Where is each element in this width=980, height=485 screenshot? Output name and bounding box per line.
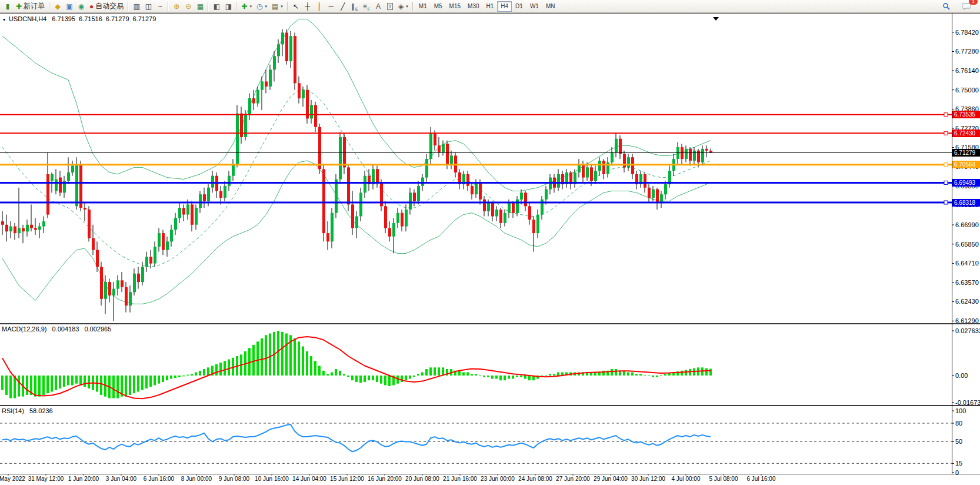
candle [59, 178, 62, 193]
chat-button[interactable]: 1 [958, 1, 975, 12]
macd-signal-value: 0.002965 [84, 325, 111, 333]
macd-histogram-bar [125, 376, 127, 397]
timeframe-d1-button[interactable]: D1 [512, 1, 526, 12]
crosshair-button[interactable]: ┼ [302, 1, 314, 12]
equidistant-channel-button[interactable]: ∥E [349, 1, 361, 12]
new-order-button[interactable]: ✚新订单 [14, 1, 47, 12]
macd-histogram-bar [5, 376, 8, 395]
indicators-button[interactable]: ✚▾ [239, 1, 254, 12]
candle [166, 241, 169, 250]
zoom-in-button[interactable]: ⊕ [171, 1, 182, 12]
line-handle[interactable] [944, 163, 948, 167]
line-handle[interactable] [944, 181, 948, 184]
macd-histogram-bar [100, 376, 102, 395]
chart-menu-button[interactable]: ▮ [2, 1, 14, 12]
macd-histogram-bar [504, 376, 506, 380]
templates-button[interactable]: ▤▾ [269, 1, 285, 12]
timeframe-mn-button[interactable]: MN [542, 1, 559, 12]
line-handle[interactable] [944, 201, 948, 204]
candle [96, 250, 99, 267]
macd-histogram-bar [195, 373, 197, 376]
bar-chart-button[interactable]: ▥ [131, 1, 142, 12]
macd-histogram-bar [18, 376, 20, 397]
candle [627, 157, 630, 167]
arrows-button[interactable]: ◈▾ [396, 1, 411, 12]
candle [545, 190, 548, 200]
timeframe-m1-button[interactable]: M1 [415, 1, 431, 12]
line-handle[interactable] [944, 131, 948, 135]
macd-histogram-bar [174, 376, 176, 378]
candle [182, 208, 185, 215]
timeframe-h1-button[interactable]: H1 [483, 1, 498, 12]
candle [417, 186, 420, 201]
text-label-button[interactable]: T [384, 1, 396, 12]
market-watch-button[interactable]: ◆ [52, 1, 64, 12]
horizontal-line-button[interactable]: ─ [325, 1, 337, 12]
zoom-out-button[interactable]: ⊖ [182, 1, 194, 12]
macd-histogram-bar [63, 376, 65, 387]
time-tick-label: 20 Jun 08:00 [405, 476, 439, 482]
candle [9, 227, 12, 232]
candle [236, 114, 239, 164]
macd-histogram-bar [425, 369, 428, 376]
candle [446, 144, 449, 164]
text-button[interactable]: A [372, 1, 384, 12]
macd-histogram-bar [322, 371, 325, 376]
tile-windows-icon: ▦ [197, 3, 204, 10]
arrange-charts-button[interactable]: ◧ [211, 1, 222, 12]
rsi-title: RSI(14) 58.0236 [2, 407, 56, 414]
macd-histogram-bar [545, 376, 547, 376]
search-button[interactable] [938, 1, 955, 12]
candle [154, 247, 156, 264]
candle [75, 164, 78, 207]
macd-histogram-bar [219, 363, 222, 376]
price-level-label: 6.72430 [952, 129, 980, 137]
candle [281, 32, 284, 44]
candle [322, 169, 325, 233]
data-window-icon: ▣ [66, 3, 72, 10]
candle [203, 194, 206, 201]
trend-line-button[interactable]: ╱ [337, 1, 349, 12]
arrange-charts-icon: ◧ [214, 3, 220, 10]
macd-histogram-bar [158, 376, 160, 384]
chart-title: ▾USDCNH,H4 6.713956.715166.712796.71279 [3, 15, 159, 22]
macd-histogram-bar [331, 373, 333, 376]
templates-icon: ▤ [272, 3, 278, 10]
candle [18, 228, 21, 234]
time-axis[interactable]: 30 May 202231 May 12:001 Jun 20:003 Jun … [0, 474, 776, 482]
vertical-line-button[interactable]: │ [314, 1, 325, 12]
tile-windows-button[interactable]: ▦ [194, 1, 206, 12]
data-window-button[interactable]: ▣ [64, 1, 75, 12]
auto-trading-button[interactable]: ●自动交易 [87, 1, 126, 12]
time-tick-label: 14 Jun 04:00 [292, 476, 326, 482]
price-level-label: 6.73535 [952, 111, 980, 118]
line-chart-button[interactable]: ~ [154, 1, 166, 12]
cursor-button[interactable]: ↖ [290, 1, 302, 12]
macd-histogram-bar [388, 376, 391, 386]
candle [392, 223, 395, 237]
open-value: 6.71395 [52, 15, 75, 22]
macd-histogram-bar [528, 376, 531, 380]
candle [615, 139, 618, 152]
rsi-label: RSI(14) [2, 407, 24, 414]
shift-end-button[interactable]: ◨ [222, 1, 234, 12]
timeframe-w1-button[interactable]: W1 [526, 1, 542, 12]
candle [269, 69, 272, 87]
timeframe-m5-button[interactable]: M5 [431, 1, 446, 12]
timeframe-m15-button[interactable]: M15 [446, 1, 464, 12]
fibonacci-button[interactable]: ≡F [361, 1, 372, 12]
price-level-label: 6.71279 [952, 149, 980, 157]
navigator-button[interactable]: ◉ [75, 1, 87, 12]
horizontal-line-icon: ─ [328, 3, 334, 10]
chart-canvas[interactable]: 6.784206.772806.761406.750006.738606.727… [0, 13, 980, 485]
timeframe-m30-button[interactable]: M30 [464, 1, 482, 12]
candle [364, 176, 366, 193]
navigator-icon: ◉ [78, 3, 84, 10]
candle [425, 159, 428, 178]
periods-button[interactable]: ◷▾ [254, 1, 269, 12]
timeframe-h4-button[interactable]: H4 [497, 1, 512, 12]
macd-title: MACD(12,26,9) 0.004183 0.002965 [2, 325, 115, 333]
periods-icon: ◷ [256, 3, 262, 10]
line-handle[interactable] [944, 113, 948, 117]
candlestick-chart-button[interactable]: ◫ [142, 1, 154, 12]
